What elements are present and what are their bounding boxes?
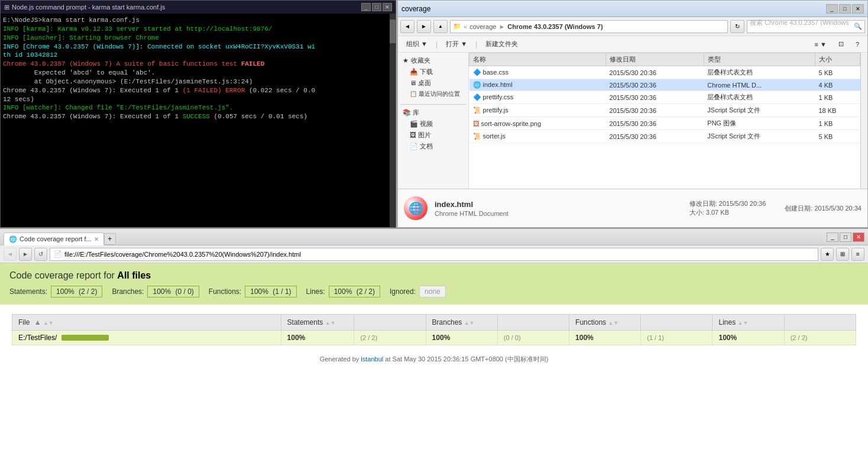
stat-functions-pct: 100% (250, 287, 268, 296)
cmd-maximize-button[interactable]: □ (372, 3, 381, 11)
col-header-lines[interactable]: Lines ▲▼ (712, 315, 784, 331)
browser-minimize-button[interactable]: _ (827, 232, 838, 242)
cmd-window: ⊞ Node.js command prompt - karma start k… (0, 0, 396, 228)
explorer-search-box[interactable]: 搜索 Chrome 43.0.2357 (Windows ... 🔍 (747, 20, 865, 33)
file-name-prettifycss: 🔷 prettify.css (469, 91, 606, 104)
explorer-close-button[interactable]: ✕ (852, 4, 864, 14)
favorites-section: ★ 收藏夹 📥 下载 🖥 桌面 📋 最近访问的位置 (400, 55, 466, 99)
cmd-close-button[interactable]: ✕ (383, 3, 392, 11)
top-area: ⊞ Node.js command prompt - karma start k… (0, 0, 868, 228)
footer-istanbul-link[interactable]: istanbul (361, 355, 383, 363)
toolbar-open-button[interactable]: 打开 ▼ (442, 38, 471, 50)
sidebar-item-recent[interactable]: 📋 最近访问的位置 (400, 89, 466, 99)
toolbar-organize-button[interactable]: 组织 ▼ (403, 38, 431, 50)
cmd-line-12: Chrome 43.0.2357 (Windows 7): Executed 1… (3, 112, 393, 121)
search-icon: 🔍 (854, 22, 862, 30)
sidebar-item-desktop[interactable]: 🖥 桌面 (400, 77, 466, 89)
file-list: 名称 修改日期 类型 大小 🔷 base.css 2015/5/30 20:36… (469, 53, 860, 189)
explorer-scrollbar[interactable] (860, 53, 867, 189)
explorer-address-bar[interactable]: 📁 « coverage ► Chrome 43.0.2357 (Windows… (450, 20, 728, 33)
explorer-up-button[interactable]: ▲ (433, 20, 448, 33)
col-name[interactable]: 名称 (469, 53, 606, 66)
explorer-minimize-button[interactable]: _ (826, 4, 838, 14)
sidebar-item-videos[interactable]: 🎬 视频 (400, 118, 466, 130)
file-row-sortarrow[interactable]: 🖼 sort-arrow-sprite.png 2015/5/30 20:36 … (469, 117, 860, 130)
browser-menu-button[interactable]: ≡ (851, 248, 864, 261)
file-row-prettifyjs[interactable]: 📜 prettify.js 2015/5/30 20:36 JScript Sc… (469, 104, 860, 117)
coverage-title-bold: All files (117, 270, 151, 280)
col-header-file[interactable]: File ▲ ▲▼ (12, 315, 281, 331)
cov-file-name: E:/TestFiles/ (18, 334, 57, 342)
preview-size: 大小: 3.07 KB (689, 208, 766, 217)
explorer-content: ★ 收藏夹 📥 下载 🖥 桌面 📋 最近访问的位置 📚 库 🎬 视频 🖼 图片 … (398, 53, 867, 189)
file-row-indexhtml[interactable]: 🌐 index.html 2015/5/30 20:36 Chrome HTML… (469, 79, 860, 91)
sidebar-item-images[interactable]: 🖼 图片 (400, 130, 466, 141)
search-placeholder-text: 搜索 Chrome 43.0.2357 (Windows ... (750, 18, 851, 34)
cmd-scrollbar[interactable] (390, 14, 396, 227)
cmd-line-7: Expected 'abcd' to equal 'abc'. (3, 69, 393, 77)
coverage-header: Code coverage report for All files State… (0, 263, 868, 305)
file-date-prettifycss: 2015/5/30 20:36 (606, 91, 704, 104)
stat-functions: Functions: 100% (1 / 1) (209, 286, 297, 297)
file-row-basecss[interactable]: 🔷 base.css 2015/5/30 20:36 层叠样式表文档 5 KB (469, 66, 860, 79)
bookmark-button[interactable]: ★ (821, 248, 834, 261)
explorer-back-button[interactable]: ◄ (400, 20, 414, 33)
explorer-maximize-button[interactable]: □ (839, 4, 851, 14)
col-header-statements-empty (354, 315, 426, 331)
browser-tab-close-button[interactable]: ✕ (94, 236, 99, 242)
file-size-basecss: 5 KB (815, 66, 860, 79)
browser-tab-active[interactable]: 🌐 Code coverage report f... ✕ (4, 232, 104, 245)
explorer-refresh-button[interactable]: ↻ (730, 20, 744, 33)
file-type-sortarrow: PNG 图像 (704, 117, 815, 130)
sidebar-item-downloads[interactable]: 📥 下载 (400, 66, 466, 77)
browser-maximize-button[interactable]: □ (840, 232, 851, 242)
stat-functions-label: Functions: (209, 287, 241, 296)
preview-created: 创建日期: 2015/5/30 20:34 (785, 204, 861, 213)
col-date[interactable]: 修改日期 (606, 53, 704, 66)
file-row-prettifycss[interactable]: 🔷 prettify.css 2015/5/30 20:36 层叠样式表文档 1… (469, 91, 860, 104)
file-name-indexhtml: 🌐 index.html (469, 79, 606, 91)
browser-url-bar[interactable]: 📄 file:///E:/TestFiles/coverage/Chrome%2… (50, 248, 818, 261)
cov-cell-lines-pct: 100% (712, 331, 784, 345)
explorer-toolbar: 组织 ▼ | 打开 ▼ | 新建文件夹 ≡ ▼ ⊡ ? (398, 36, 867, 53)
library-header: 📚 库 (400, 107, 466, 118)
browser-new-tab-button[interactable]: + (104, 233, 116, 245)
cov-table-header-row: File ▲ ▲▼ Statements ▲▼ Branches ▲▼ Func… (12, 315, 856, 331)
sidebar-item-documents[interactable]: 📄 文档 (400, 141, 466, 152)
toolbar-new-folder-button[interactable]: 新建文件夹 (482, 38, 522, 50)
stat-statements-badge: 100% (2 / 2) (51, 286, 102, 297)
preview-created-label: 创建日期: 2015/5/30 20:34 (785, 204, 861, 213)
toolbar-preview-button[interactable]: ⊡ (835, 39, 847, 49)
file-row-sorterjs[interactable]: 📜 sorter.js 2015/5/30 20:36 JScript Scri… (469, 130, 860, 143)
browser-refresh-button[interactable]: ↺ (34, 248, 47, 261)
left-divider (400, 104, 466, 105)
explorer-nav: ◄ ► ▲ 📁 « coverage ► Chrome 43.0.2357 (W… (398, 17, 867, 36)
cmd-minimize-button[interactable]: _ (361, 3, 371, 11)
col-header-branches[interactable]: Branches ▲▼ (426, 315, 497, 331)
browser-close-button[interactable]: ✕ (853, 232, 864, 242)
toolbar-view-button[interactable]: ≡ ▼ (811, 40, 830, 49)
footer-generated-text: Generated by (320, 355, 361, 363)
file-table: 名称 修改日期 类型 大小 🔷 base.css 2015/5/30 20:36… (469, 53, 860, 143)
browser-url-text: file:///E:/TestFiles/coverage/Chrome%204… (64, 251, 301, 258)
col-type[interactable]: 类型 (704, 53, 815, 66)
explorer-forward-button[interactable]: ► (417, 20, 431, 33)
col-size[interactable]: 大小 (815, 53, 860, 66)
cmd-controls: _ □ ✕ (361, 3, 392, 11)
col-header-functions[interactable]: Functions ▲▼ (569, 315, 641, 331)
browser-title-controls: _ □ ✕ (827, 232, 864, 242)
cmd-line-3: INFO [launcher]: Starting browser Chrome (3, 34, 393, 43)
browser-forward-button[interactable]: ► (19, 248, 32, 261)
browser-tab-label: Code coverage report f... (20, 235, 92, 242)
col-header-statements[interactable]: Statements ▲▼ (281, 315, 354, 331)
toolbar-help-button[interactable]: ? (852, 40, 863, 49)
file-name-prettifyjs: 📜 prettify.js (469, 104, 606, 117)
explorer-window: coverage _ □ ✕ ◄ ► ▲ 📁 « coverage ► Chro… (397, 0, 868, 228)
cov-cell-statements-pct: 100% (281, 331, 354, 345)
cov-table-row-0[interactable]: E:/TestFiles/ 100% (2 / 2) 100% (0 / 0) … (12, 331, 856, 345)
stat-branches-label: Branches: (112, 287, 144, 296)
cmd-line-10: 12 secs) (3, 95, 393, 104)
cmd-titlebar: ⊞ Node.js command prompt - karma start k… (1, 1, 396, 14)
browser-back-button[interactable]: ◄ (4, 248, 17, 261)
browser-pin-button[interactable]: ⊞ (836, 248, 849, 261)
